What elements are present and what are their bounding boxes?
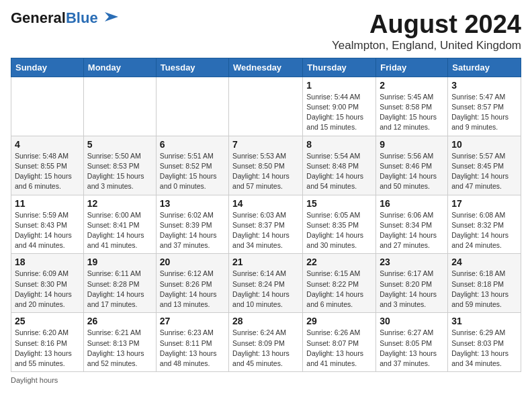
day-number: 12 (87, 198, 152, 209)
day-info: Sunrise: 6:17 AM Sunset: 8:20 PM Dayligh… (380, 269, 444, 310)
logo-general: General (11, 9, 66, 26)
day-info: Sunrise: 6:06 AM Sunset: 8:34 PM Dayligh… (380, 210, 444, 251)
table-row: 18Sunrise: 6:09 AM Sunset: 8:30 PM Dayli… (11, 254, 84, 313)
table-row: 22Sunrise: 6:15 AM Sunset: 8:22 PM Dayli… (303, 254, 376, 313)
table-row: 13Sunrise: 6:02 AM Sunset: 8:39 PM Dayli… (156, 195, 228, 254)
header-tuesday: Tuesday (156, 58, 228, 77)
table-row: 4Sunrise: 5:48 AM Sunset: 8:55 PM Daylig… (11, 136, 84, 195)
day-number: 13 (160, 198, 225, 209)
table-row: 16Sunrise: 6:06 AM Sunset: 8:34 PM Dayli… (376, 195, 448, 254)
day-info: Sunrise: 6:24 AM Sunset: 8:09 PM Dayligh… (232, 328, 299, 369)
logo-text: GeneralBlue (11, 11, 98, 26)
day-number: 2 (380, 80, 444, 91)
table-row: 6Sunrise: 5:51 AM Sunset: 8:52 PM Daylig… (156, 136, 228, 195)
day-number: 4 (15, 139, 80, 150)
day-info: Sunrise: 5:44 AM Sunset: 9:00 PM Dayligh… (306, 92, 372, 133)
day-info: Sunrise: 6:08 AM Sunset: 8:32 PM Dayligh… (451, 210, 517, 251)
table-row (83, 77, 156, 136)
day-info: Sunrise: 5:48 AM Sunset: 8:55 PM Dayligh… (15, 151, 80, 192)
header-friday: Friday (376, 58, 448, 77)
day-info: Sunrise: 6:14 AM Sunset: 8:24 PM Dayligh… (232, 269, 299, 310)
table-row: 12Sunrise: 6:00 AM Sunset: 8:41 PM Dayli… (83, 195, 156, 254)
table-row: 15Sunrise: 6:05 AM Sunset: 8:35 PM Dayli… (303, 195, 376, 254)
title-section: August 2024 Yealmpton, England, United K… (332, 11, 521, 52)
day-info: Sunrise: 5:57 AM Sunset: 8:45 PM Dayligh… (451, 151, 517, 192)
day-number: 9 (380, 139, 444, 150)
day-number: 17 (451, 198, 517, 209)
table-row: 31Sunrise: 6:29 AM Sunset: 8:03 PM Dayli… (448, 313, 521, 372)
location-title: Yealmpton, England, United Kingdom (332, 39, 521, 52)
day-info: Sunrise: 5:50 AM Sunset: 8:53 PM Dayligh… (87, 151, 152, 192)
day-info: Sunrise: 6:02 AM Sunset: 8:39 PM Dayligh… (160, 210, 225, 251)
day-info: Sunrise: 6:11 AM Sunset: 8:28 PM Dayligh… (87, 269, 152, 310)
day-number: 10 (451, 139, 517, 150)
day-number: 21 (232, 257, 299, 267)
table-row: 10Sunrise: 5:57 AM Sunset: 8:45 PM Dayli… (448, 136, 521, 195)
day-number: 20 (160, 257, 225, 267)
day-info: Sunrise: 6:18 AM Sunset: 8:18 PM Dayligh… (451, 269, 517, 310)
footer-note: Daylight hours (11, 376, 521, 384)
calendar-week-row: 1Sunrise: 5:44 AM Sunset: 9:00 PM Daylig… (11, 77, 521, 136)
calendar-week-row: 18Sunrise: 6:09 AM Sunset: 8:30 PM Dayli… (11, 254, 521, 313)
calendar-week-row: 4Sunrise: 5:48 AM Sunset: 8:55 PM Daylig… (11, 136, 521, 195)
header-sunday: Sunday (11, 58, 84, 77)
day-number: 18 (15, 257, 80, 267)
day-number: 28 (232, 316, 299, 326)
day-info: Sunrise: 6:29 AM Sunset: 8:03 PM Dayligh… (451, 328, 517, 369)
day-number: 11 (15, 198, 80, 209)
day-info: Sunrise: 5:54 AM Sunset: 8:48 PM Dayligh… (306, 151, 372, 192)
table-row: 3Sunrise: 5:47 AM Sunset: 8:57 PM Daylig… (448, 77, 521, 136)
table-row: 29Sunrise: 6:26 AM Sunset: 8:07 PM Dayli… (303, 313, 376, 372)
table-row: 5Sunrise: 5:50 AM Sunset: 8:53 PM Daylig… (83, 136, 156, 195)
calendar-table: Sunday Monday Tuesday Wednesday Thursday… (11, 58, 521, 372)
day-number: 15 (306, 198, 372, 209)
table-row: 24Sunrise: 6:18 AM Sunset: 8:18 PM Dayli… (448, 254, 521, 313)
table-row: 11Sunrise: 5:59 AM Sunset: 8:43 PM Dayli… (11, 195, 84, 254)
day-info: Sunrise: 5:47 AM Sunset: 8:57 PM Dayligh… (451, 92, 517, 133)
day-info: Sunrise: 6:03 AM Sunset: 8:37 PM Dayligh… (232, 210, 299, 251)
day-info: Sunrise: 6:21 AM Sunset: 8:13 PM Dayligh… (87, 328, 152, 369)
table-row: 26Sunrise: 6:21 AM Sunset: 8:13 PM Dayli… (83, 313, 156, 372)
day-number: 26 (87, 316, 152, 326)
day-info: Sunrise: 6:20 AM Sunset: 8:16 PM Dayligh… (15, 328, 80, 369)
table-row: 21Sunrise: 6:14 AM Sunset: 8:24 PM Dayli… (229, 254, 303, 313)
day-info: Sunrise: 5:56 AM Sunset: 8:46 PM Dayligh… (380, 151, 444, 192)
day-number: 16 (380, 198, 444, 209)
table-row: 2Sunrise: 5:45 AM Sunset: 8:58 PM Daylig… (376, 77, 448, 136)
table-row (156, 77, 228, 136)
svg-marker-0 (105, 12, 118, 21)
month-title: August 2024 (332, 11, 521, 39)
day-info: Sunrise: 6:09 AM Sunset: 8:30 PM Dayligh… (15, 269, 80, 310)
day-number: 30 (380, 316, 444, 326)
table-row (229, 77, 303, 136)
table-row: 14Sunrise: 6:03 AM Sunset: 8:37 PM Dayli… (229, 195, 303, 254)
header-monday: Monday (83, 58, 156, 77)
calendar-week-row: 25Sunrise: 6:20 AM Sunset: 8:16 PM Dayli… (11, 313, 521, 372)
header-thursday: Thursday (303, 58, 376, 77)
day-info: Sunrise: 6:12 AM Sunset: 8:26 PM Dayligh… (160, 269, 225, 310)
day-number: 19 (87, 257, 152, 267)
day-info: Sunrise: 6:26 AM Sunset: 8:07 PM Dayligh… (306, 328, 372, 369)
day-info: Sunrise: 6:05 AM Sunset: 8:35 PM Dayligh… (306, 210, 372, 251)
day-number: 22 (306, 257, 372, 267)
day-number: 14 (232, 198, 299, 209)
day-info: Sunrise: 6:15 AM Sunset: 8:22 PM Dayligh… (306, 269, 372, 310)
day-number: 27 (160, 316, 225, 326)
table-row (11, 77, 84, 136)
calendar-header-row: Sunday Monday Tuesday Wednesday Thursday… (11, 58, 521, 77)
day-number: 3 (451, 80, 517, 91)
day-number: 25 (15, 316, 80, 326)
day-number: 7 (232, 139, 299, 150)
logo-arrow-icon (99, 9, 121, 24)
table-row: 9Sunrise: 5:56 AM Sunset: 8:46 PM Daylig… (376, 136, 448, 195)
day-info: Sunrise: 6:00 AM Sunset: 8:41 PM Dayligh… (87, 210, 152, 251)
table-row: 23Sunrise: 6:17 AM Sunset: 8:20 PM Dayli… (376, 254, 448, 313)
table-row: 17Sunrise: 6:08 AM Sunset: 8:32 PM Dayli… (448, 195, 521, 254)
day-info: Sunrise: 5:51 AM Sunset: 8:52 PM Dayligh… (160, 151, 225, 192)
table-row: 27Sunrise: 6:23 AM Sunset: 8:11 PM Dayli… (156, 313, 228, 372)
day-info: Sunrise: 5:53 AM Sunset: 8:50 PM Dayligh… (232, 151, 299, 192)
day-info: Sunrise: 5:59 AM Sunset: 8:43 PM Dayligh… (15, 210, 80, 251)
day-info: Sunrise: 6:27 AM Sunset: 8:05 PM Dayligh… (380, 328, 444, 369)
day-number: 5 (87, 139, 152, 150)
calendar-week-row: 11Sunrise: 5:59 AM Sunset: 8:43 PM Dayli… (11, 195, 521, 254)
